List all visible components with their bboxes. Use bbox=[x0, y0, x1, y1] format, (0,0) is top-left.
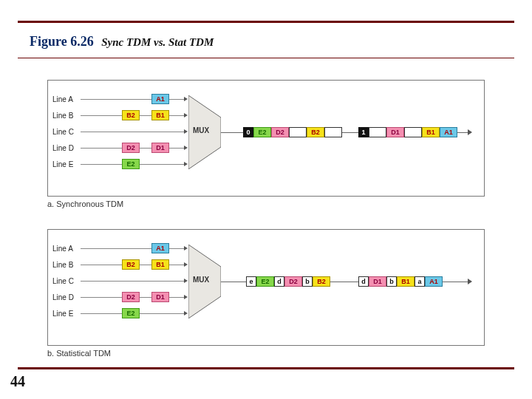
line-b-label-b: Line B bbox=[52, 261, 81, 269]
slot-in-e2: E2 bbox=[122, 159, 140, 169]
slot-in-d2: D2 bbox=[122, 143, 140, 153]
mux-a-label: MUX bbox=[193, 126, 209, 134]
stat-f2-tag-d: d bbox=[274, 276, 284, 287]
arrow-line-a bbox=[184, 97, 188, 101]
line-e-label-b: Line E bbox=[52, 310, 81, 318]
input-line-e: Line E bbox=[52, 157, 81, 171]
caption-a: a. Synchronous TDM bbox=[47, 200, 123, 208]
arrow-line-b bbox=[184, 113, 188, 117]
sync-frame1-flag: 1 bbox=[358, 127, 369, 137]
stat-f1-tag-b: b bbox=[386, 276, 397, 287]
input-line-c-b: Line C bbox=[52, 274, 81, 287]
sync-frame2-e2: E2 bbox=[253, 127, 271, 137]
rule-top bbox=[18, 21, 514, 23]
slot-in-a1-b: A1 bbox=[151, 243, 169, 253]
stat-f2-d2: D2 bbox=[284, 276, 302, 287]
output-arrow-b bbox=[468, 279, 472, 284]
input-line-a-b: Line A bbox=[52, 242, 81, 255]
stat-f1-b1: B1 bbox=[397, 276, 415, 287]
line-e-label: Line E bbox=[52, 160, 81, 168]
line-a-label-b: Line A bbox=[52, 245, 81, 253]
slot-in-d2-b: D2 bbox=[122, 292, 140, 302]
sync-frame2-empty-c bbox=[289, 127, 307, 137]
panel-synchronous-tdm: Line A Line B Line C Line D Line E A1 B2… bbox=[47, 80, 485, 197]
input-line-b-b: Line B bbox=[52, 258, 81, 271]
input-line-d: Line D bbox=[52, 141, 81, 154]
sync-frame-1: 1 D1 B1 A1 bbox=[358, 127, 457, 137]
sync-frame1-b1: B1 bbox=[422, 127, 440, 137]
slot-in-a1: A1 bbox=[151, 94, 169, 104]
stat-f1-a1: A1 bbox=[425, 276, 443, 287]
line-c-label: Line C bbox=[52, 128, 81, 136]
mux-a: MUX bbox=[188, 95, 221, 169]
slot-in-b2-b: B2 bbox=[122, 259, 140, 270]
slot-in-e2-b: E2 bbox=[122, 308, 140, 318]
arrow-line-c-b bbox=[184, 279, 188, 283]
arrow-line-e bbox=[184, 162, 188, 166]
line-a-label: Line A bbox=[52, 95, 81, 103]
arrow-line-e-b bbox=[184, 311, 188, 316]
rule-under-title bbox=[18, 58, 514, 58]
input-line-a: Line A bbox=[52, 92, 81, 106]
caption-b: b. Statistical TDM bbox=[47, 349, 111, 358]
line-d-label: Line D bbox=[52, 144, 81, 152]
arrow-line-d-b bbox=[184, 295, 188, 299]
line-b-label: Line B bbox=[52, 112, 81, 120]
line-c-label-b: Line C bbox=[52, 277, 81, 285]
stat-frame-2: e E2 d D2 b B2 bbox=[246, 276, 330, 287]
slot-in-b2: B2 bbox=[122, 110, 140, 120]
arrow-line-d bbox=[184, 146, 188, 150]
stat-f1-d1: D1 bbox=[369, 276, 386, 287]
sync-frame1-empty-e bbox=[369, 127, 386, 137]
wire-line-c-b bbox=[81, 281, 185, 282]
input-line-c: Line C bbox=[52, 125, 81, 138]
sync-frame2-flag: 0 bbox=[243, 127, 253, 137]
mux-b: MUX bbox=[188, 245, 221, 318]
arrow-line-a-b bbox=[184, 246, 188, 250]
page-number: 44 bbox=[10, 373, 25, 390]
slot-in-d1: D1 bbox=[151, 143, 169, 153]
wire-line-c bbox=[81, 132, 185, 132]
sync-frame1-a1: A1 bbox=[440, 127, 457, 137]
sync-frame2-empty-a bbox=[324, 127, 342, 137]
panel-statistical-tdm: Line A Line B Line C Line D Line E A1 B2… bbox=[47, 229, 485, 346]
sync-frame2-d2: D2 bbox=[271, 127, 289, 137]
wire-line-a-b bbox=[81, 248, 185, 249]
stat-f2-e2: E2 bbox=[256, 276, 274, 287]
mux-b-label: MUX bbox=[193, 276, 209, 284]
slot-in-d1-b: D1 bbox=[151, 292, 169, 302]
sync-frame-2: 0 E2 D2 B2 bbox=[243, 127, 342, 137]
line-d-label-b: Line D bbox=[52, 293, 81, 301]
input-line-e-b: Line E bbox=[52, 307, 81, 320]
stat-f2-tag-b: b bbox=[302, 276, 313, 287]
arrow-line-b-b bbox=[184, 262, 188, 267]
sync-frame1-empty-c bbox=[404, 127, 422, 137]
input-line-b: Line B bbox=[52, 109, 81, 122]
figure-title: Sync TDM vs. Stat TDM bbox=[101, 36, 214, 48]
wire-line-a bbox=[81, 99, 185, 100]
arrow-line-c bbox=[184, 129, 188, 134]
slot-in-b1: B1 bbox=[151, 110, 169, 120]
sync-frame1-d1: D1 bbox=[386, 127, 404, 137]
figure-number: Figure 6.26 bbox=[30, 34, 94, 49]
input-line-d-b: Line D bbox=[52, 290, 81, 304]
sync-frame2-b2: B2 bbox=[307, 127, 324, 137]
stat-f1-tag-d: d bbox=[358, 276, 369, 287]
stat-f2-tag-e: e bbox=[246, 276, 256, 287]
stat-f2-b2: B2 bbox=[313, 276, 330, 287]
rule-bottom bbox=[18, 367, 514, 369]
slot-in-b1-b: B1 bbox=[151, 259, 169, 270]
output-arrow-a bbox=[468, 129, 472, 135]
figure-title-row: Figure 6.26 Sync TDM vs. Stat TDM bbox=[30, 34, 214, 50]
stat-frame-1: d D1 b B1 a A1 bbox=[358, 276, 443, 287]
stat-f1-tag-a: a bbox=[415, 276, 425, 287]
